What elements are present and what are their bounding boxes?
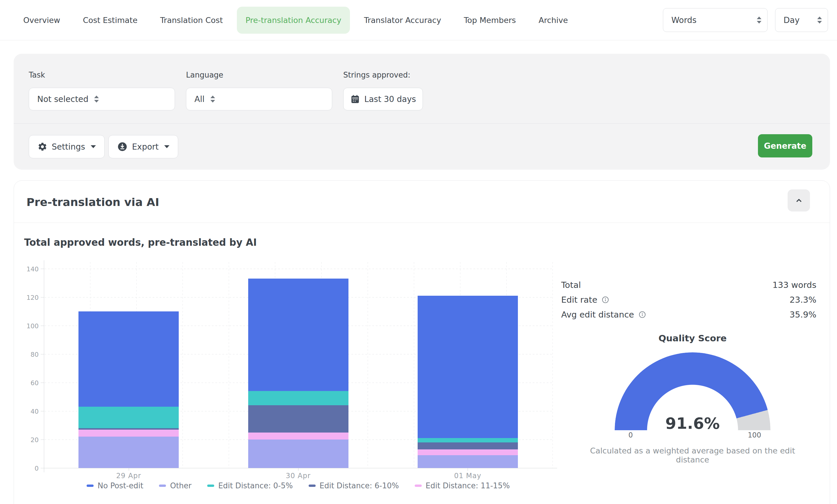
legend-label: No Post-edit [97, 481, 143, 490]
chevron-down-icon [164, 145, 170, 148]
legend-label: Edit Distance: 11-15% [426, 481, 510, 490]
tab-overview[interactable]: Overview [23, 16, 60, 25]
y-axis-label: 80 [18, 351, 39, 358]
y-axis-label: 140 [18, 266, 39, 273]
quality-score-gauge: 91.6% [615, 353, 770, 430]
unit-select-value: Words [671, 15, 751, 25]
settings-button[interactable]: Settings [29, 135, 105, 158]
bar-segment-no-post-edit [417, 296, 518, 438]
y-axis-label: 40 [18, 408, 39, 415]
bar-segment-edit-distance-0-5 [417, 438, 518, 443]
quality-score-title: Quality Score [615, 333, 770, 343]
tab-top-members[interactable]: Top Members [464, 16, 516, 25]
v-gridline [414, 262, 414, 468]
gauge-caption: Calculated as a weighted average based o… [576, 446, 809, 464]
tab-translator-accuracy[interactable]: Translator Accuracy [364, 16, 441, 25]
stacked-bar-01-may[interactable] [417, 296, 518, 468]
y-axis-label: 100 [18, 322, 39, 330]
stat-row-avg-edit-distance: Avg edit distance35.9% [561, 307, 816, 322]
filter-panel: Task Language Strings approved: Not sele… [14, 54, 830, 170]
legend-swatch [415, 485, 422, 487]
tab-translation-cost[interactable]: Translation Cost [160, 16, 223, 25]
date-range-value: Last 30 days [364, 94, 416, 104]
chevron-down-icon [91, 145, 96, 148]
x-axis-label: 01 May [383, 472, 552, 480]
tab-archive[interactable]: Archive [538, 16, 568, 25]
legend-swatch [207, 485, 214, 487]
chart-legend: No Post-editOtherEdit Distance: 0-5%Edit… [44, 481, 552, 490]
v-gridline [182, 262, 183, 468]
header-divider [14, 222, 830, 223]
legend-item-edit-distance-0-5[interactable]: Edit Distance: 0-5% [207, 481, 293, 490]
legend-item-edit-distance-6-10[interactable]: Edit Distance: 6-10% [309, 481, 399, 490]
v-gridline [552, 262, 553, 468]
legend-swatch [159, 485, 166, 487]
y-tick [41, 468, 44, 468]
y-axis-label: 20 [18, 436, 39, 444]
language-select-value: All [194, 94, 204, 104]
y-tick [41, 382, 44, 383]
stat-label: Total [561, 280, 581, 290]
h-gridline [44, 269, 552, 269]
legend-item-other[interactable]: Other [159, 481, 192, 490]
stats-panel: Total133 wordsEdit rate23.3%Avg edit dis… [561, 277, 816, 322]
y-axis-label: 120 [18, 294, 39, 301]
bar-segment-edit-distance-0-5 [248, 391, 349, 405]
v-gridline [368, 262, 368, 468]
unit-select[interactable]: Words [663, 8, 768, 32]
collapse-button[interactable] [788, 190, 810, 212]
task-select[interactable]: Not selected [29, 88, 175, 110]
bar-segment-edit-distance-11-15 [417, 449, 518, 455]
bar-segment-other [248, 439, 349, 468]
updown-carets-icon [94, 95, 99, 103]
gauge-min-label: 0 [623, 431, 639, 439]
strings-approved-label: Strings approved: [343, 71, 410, 79]
date-range-button[interactable]: Last 30 days [343, 88, 423, 110]
x-tick [298, 468, 299, 471]
export-button[interactable]: Export [108, 135, 178, 158]
download-circle-icon [117, 142, 128, 152]
bar-segment-no-post-edit [248, 278, 349, 391]
updown-carets-icon [817, 17, 822, 23]
stat-row-edit-rate: Edit rate23.3% [561, 292, 816, 307]
stat-label: Edit rate [561, 295, 597, 305]
tab-cost-estimate[interactable]: Cost Estimate [83, 16, 138, 25]
period-select-value: Day [784, 15, 812, 25]
report-card: Pre-translation via AI Total approved wo… [14, 180, 830, 504]
info-circle-icon[interactable] [601, 296, 609, 304]
stat-value: 35.9% [790, 310, 816, 320]
stacked-bar-29-apr[interactable] [78, 311, 179, 468]
stat-value: 23.3% [790, 295, 816, 305]
info-circle-icon[interactable] [638, 310, 646, 319]
bar-segment-edit-distance-11-15 [248, 433, 349, 440]
chevron-up-icon [794, 196, 804, 205]
chart-plot: 02040608010012014029 Apr30 Apr01 May [44, 265, 552, 468]
x-tick [129, 468, 129, 471]
legend-swatch [87, 485, 93, 487]
legend-swatch [309, 485, 316, 487]
y-tick [41, 411, 44, 411]
stat-value: 133 words [772, 280, 816, 290]
x-axis-label: 30 Apr [213, 472, 383, 480]
stacked-bar-30-apr[interactable] [248, 278, 349, 468]
tab-pre-translation-accuracy[interactable]: Pre-translation Accuracy [237, 7, 350, 34]
language-select[interactable]: All [186, 88, 332, 110]
gauge-value: 91.6% [615, 414, 770, 433]
legend-item-no-post-edit[interactable]: No Post-edit [87, 481, 143, 490]
x-axis-label: 29 Apr [44, 472, 213, 480]
legend-item-edit-distance-11-15[interactable]: Edit Distance: 11-15% [415, 481, 510, 490]
y-tick [41, 326, 44, 326]
calendar-icon [350, 94, 360, 104]
bar-segment-edit-distance-6-10 [417, 443, 518, 450]
y-tick [41, 439, 44, 440]
bar-segment-edit-distance-0-5 [78, 407, 179, 428]
generate-button[interactable]: Generate [758, 134, 812, 158]
period-select[interactable]: Day [775, 8, 828, 32]
y-tick [41, 354, 44, 355]
x-axis-line [44, 468, 557, 468]
bar-segment-other [417, 455, 518, 468]
top-navigation: OverviewCost EstimateTranslation CostPre… [0, 0, 837, 40]
legend-label: Edit Distance: 6-10% [320, 481, 399, 490]
nav-tabs: OverviewCost EstimateTranslation CostPre… [23, 7, 568, 34]
y-axis-label: 0 [18, 465, 39, 472]
